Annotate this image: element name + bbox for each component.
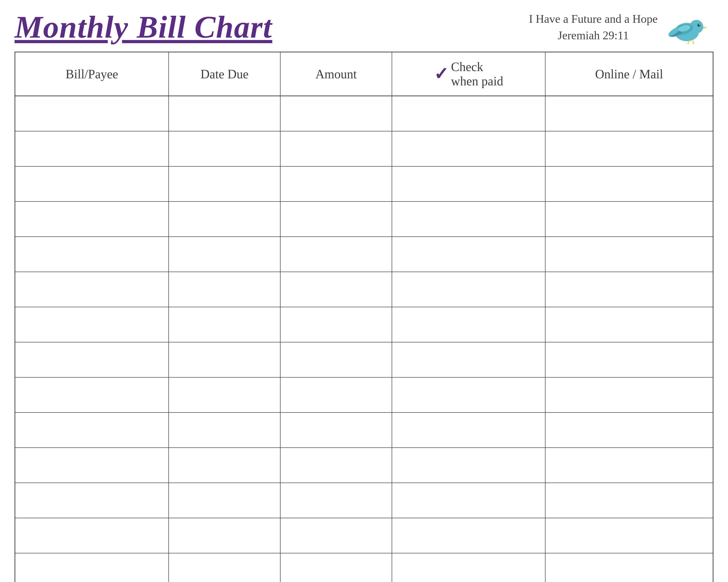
cell-check[interactable] (392, 131, 545, 166)
cell-check[interactable] (392, 413, 545, 448)
cell-online[interactable] (545, 342, 713, 377)
col-online-mail: Online / Mail (545, 52, 713, 96)
cell-date[interactable] (168, 448, 280, 483)
table-row (15, 96, 713, 131)
cell-check[interactable] (392, 342, 545, 377)
cell-check[interactable] (392, 237, 545, 272)
table-row (15, 518, 713, 553)
header-row: Bill/Payee Date Due Amount ✓ Check w (15, 52, 713, 96)
table-row (15, 413, 713, 448)
cell-date[interactable] (168, 377, 280, 413)
cell-amount[interactable] (280, 342, 392, 377)
cell-check[interactable] (392, 166, 545, 201)
cell-amount[interactable] (280, 272, 392, 307)
cell-online[interactable] (545, 201, 713, 237)
table-row (15, 553, 713, 582)
cell-online[interactable] (545, 553, 713, 582)
cell-bill[interactable] (15, 166, 168, 201)
cell-date[interactable] (168, 413, 280, 448)
cell-amount[interactable] (280, 377, 392, 413)
cell-check[interactable] (392, 518, 545, 553)
cell-date[interactable] (168, 96, 280, 131)
cell-bill[interactable] (15, 201, 168, 237)
bill-table: Bill/Payee Date Due Amount ✓ Check w (15, 52, 713, 582)
cell-amount[interactable] (280, 483, 392, 518)
svg-point-3 (699, 24, 700, 25)
cell-amount[interactable] (280, 131, 392, 166)
cell-date[interactable] (168, 483, 280, 518)
cell-bill[interactable] (15, 413, 168, 448)
svg-point-2 (697, 24, 700, 27)
header: Monthly Bill Chart I Have a Future and a… (15, 10, 713, 45)
cell-online[interactable] (545, 413, 713, 448)
right-header-inner: I Have a Future and a Hope Jeremiah 29:1… (529, 10, 713, 44)
col-check-when-paid: ✓ Check when paid (392, 52, 545, 96)
col-bill-payee: Bill/Payee (15, 52, 168, 96)
checkmark-icon: ✓ (434, 65, 448, 83)
cell-amount[interactable] (280, 307, 392, 342)
right-header: I Have a Future and a Hope Jeremiah 29:1… (529, 10, 713, 44)
cell-date[interactable] (168, 553, 280, 582)
cell-check[interactable] (392, 377, 545, 413)
cell-bill[interactable] (15, 342, 168, 377)
cell-date[interactable] (168, 131, 280, 166)
cell-online[interactable] (545, 272, 713, 307)
cell-check[interactable] (392, 272, 545, 307)
cell-amount[interactable] (280, 448, 392, 483)
cell-bill[interactable] (15, 96, 168, 131)
cell-check[interactable] (392, 448, 545, 483)
cell-amount[interactable] (280, 553, 392, 582)
cell-bill[interactable] (15, 483, 168, 518)
table-row (15, 307, 713, 342)
table-row (15, 237, 713, 272)
cell-bill[interactable] (15, 272, 168, 307)
cell-date[interactable] (168, 342, 280, 377)
cell-bill[interactable] (15, 237, 168, 272)
cell-date[interactable] (168, 166, 280, 201)
cell-online[interactable] (545, 483, 713, 518)
check-header-inner: ✓ Check when paid (397, 60, 540, 88)
bird-icon (665, 10, 713, 44)
cell-online[interactable] (545, 96, 713, 131)
cell-online[interactable] (545, 448, 713, 483)
cell-amount[interactable] (280, 201, 392, 237)
cell-check[interactable] (392, 483, 545, 518)
cell-check[interactable] (392, 201, 545, 237)
cell-online[interactable] (545, 377, 713, 413)
cell-check[interactable] (392, 96, 545, 131)
svg-marker-4 (703, 27, 707, 29)
col-amount: Amount (280, 52, 392, 96)
cell-date[interactable] (168, 237, 280, 272)
cell-check[interactable] (392, 307, 545, 342)
cell-check[interactable] (392, 553, 545, 582)
cell-amount[interactable] (280, 166, 392, 201)
main-title: Monthly Bill Chart (15, 10, 272, 45)
table-body (15, 96, 713, 582)
table-row (15, 342, 713, 377)
cell-date[interactable] (168, 518, 280, 553)
cell-online[interactable] (545, 131, 713, 166)
cell-online[interactable] (545, 237, 713, 272)
cell-bill[interactable] (15, 377, 168, 413)
cell-amount[interactable] (280, 237, 392, 272)
table-row (15, 166, 713, 201)
table-row (15, 131, 713, 166)
cell-date[interactable] (168, 201, 280, 237)
table-row (15, 272, 713, 307)
svg-line-10 (693, 40, 694, 44)
cell-amount[interactable] (280, 413, 392, 448)
cell-bill[interactable] (15, 518, 168, 553)
cell-bill[interactable] (15, 448, 168, 483)
cell-online[interactable] (545, 518, 713, 553)
title-section: Monthly Bill Chart (15, 10, 272, 45)
cell-bill[interactable] (15, 131, 168, 166)
cell-amount[interactable] (280, 96, 392, 131)
cell-amount[interactable] (280, 518, 392, 553)
cell-date[interactable] (168, 272, 280, 307)
cell-bill[interactable] (15, 307, 168, 342)
check-when-paid-text: Check when paid (451, 60, 503, 88)
cell-date[interactable] (168, 307, 280, 342)
cell-online[interactable] (545, 166, 713, 201)
cell-online[interactable] (545, 307, 713, 342)
cell-bill[interactable] (15, 553, 168, 582)
